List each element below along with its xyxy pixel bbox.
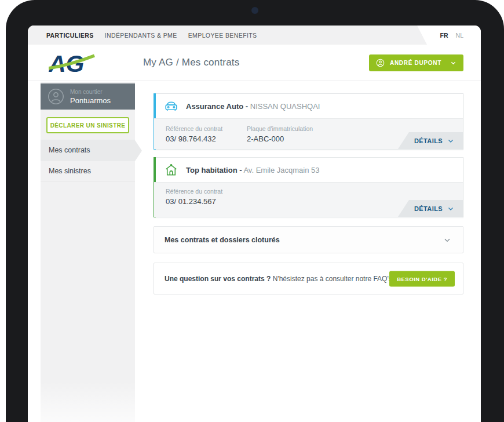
chevron-down-icon (443, 236, 451, 244)
field-value: 03/ 98.764.432 (166, 134, 247, 143)
contract-field-plate: Plaque d'immatriculation 2-ABC-000 (247, 125, 328, 149)
nav-item-particuliers[interactable]: PARTICULIERS (46, 32, 94, 39)
closed-contracts-accordion[interactable]: Mes contrats et dossiers cloturés (154, 226, 463, 253)
content: Mon courtier Pontuarmos DÉCLARER UN SINI… (28, 82, 481, 422)
chevron-down-icon (447, 205, 454, 212)
segment-nav: PARTICULIERS INDÉPENDANTS & PME EMPLOYEE… (46, 26, 257, 45)
user-icon (376, 59, 385, 67)
contract-field-reference: Référence du contrat 03/ 98.764.432 (166, 125, 247, 149)
broker-label: Mon courtier (70, 89, 111, 95)
sidebar-item-mes-sinistres[interactable]: Mes sinistres (41, 161, 135, 181)
language-switcher: FR NL (440, 26, 463, 45)
nav-item-employee-benefits[interactable]: EMPLOYEE BENEFITS (188, 32, 257, 39)
help-button[interactable]: BESOIN D'AIDE ? (389, 271, 455, 286)
broker-card: Mon courtier Pontuarmos (41, 83, 135, 110)
declare-claim-button[interactable]: DÉCLARER UN SINISTRE (46, 117, 129, 133)
contract-card-header: Assurance Auto - NISSAN QUASHQAI (154, 94, 463, 118)
nav-item-independants-pme[interactable]: INDÉPENDANTS & PME (105, 32, 177, 39)
language-fr[interactable]: FR (440, 32, 448, 39)
contract-title: Assurance Auto - (186, 102, 248, 111)
language-nl[interactable]: NL (456, 32, 463, 39)
car-icon (164, 99, 178, 114)
avatar-icon (48, 88, 64, 105)
contract-card-details: Référence du contrat 03/ 98.764.432 Plaq… (154, 118, 463, 149)
sidebar-menu: Mes contrats Mes sinistres (41, 140, 135, 181)
field-value: 2-ABC-000 (247, 134, 328, 143)
sidebar-item-label: Mes sinistres (49, 167, 91, 175)
details-label: DÉTAILS (414, 205, 443, 212)
sidebar-item-label: Mes contrats (49, 146, 90, 154)
broker-name: Pontuarmos (70, 96, 111, 105)
contract-card-details: Référence du contrat 03/ 01.234.567 DÉTA… (154, 182, 463, 217)
contract-field-reference: Référence du contrat 03/ 01.234.567 (166, 188, 247, 217)
field-label: Référence du contrat (166, 125, 247, 132)
utility-bar: PARTICULIERS INDÉPENDANTS & PME EMPLOYEE… (28, 26, 481, 45)
faq-banner: Une question sur vos contrats ? N'hésist… (154, 263, 463, 294)
closed-contracts-label: Mes contrats et dossiers cloturés (165, 236, 280, 244)
tablet-frame: PARTICULIERS INDÉPENDANTS & PME EMPLOYEE… (6, 0, 504, 422)
sidebar: Mon courtier Pontuarmos DÉCLARER UN SINI… (41, 82, 135, 422)
app-screen: PARTICULIERS INDÉPENDANTS & PME EMPLOYEE… (28, 26, 481, 422)
contract-subtitle: NISSAN QUASHQAI (250, 102, 320, 111)
active-item-arrow (135, 140, 142, 161)
details-toggle-button[interactable]: DÉTAILS (398, 200, 463, 217)
contract-card-header: Top habitation - Av. Emile Jacqmain 53 (154, 158, 463, 182)
header: AG My AG / Mes contrats ANDRÉ DUPONT (28, 45, 481, 81)
contract-subtitle: Av. Emile Jacqmain 53 (243, 166, 319, 174)
user-menu-button[interactable]: ANDRÉ DUPONT (369, 54, 463, 71)
contracts-panel: Assurance Auto - NISSAN QUASHQAI Référen… (154, 82, 463, 294)
faq-question-bold: Une question sur vos contrats ? (165, 275, 271, 283)
chevron-down-icon (450, 60, 456, 66)
field-value: 03/ 01.234.567 (166, 197, 247, 206)
house-icon (164, 163, 178, 177)
field-label: Plaque d'immatriculation (247, 125, 328, 132)
user-menu-label: ANDRÉ DUPONT (390, 60, 441, 66)
details-toggle-button[interactable]: DÉTAILS (398, 132, 463, 149)
details-label: DÉTAILS (414, 137, 443, 144)
ag-logo[interactable]: AG (49, 50, 95, 79)
contract-card-auto: Assurance Auto - NISSAN QUASHQAI Référen… (154, 93, 463, 150)
chevron-down-icon (447, 137, 454, 144)
tablet-camera-dot (251, 7, 258, 14)
page: PARTICULIERS INDÉPENDANTS & PME EMPLOYEE… (0, 0, 504, 422)
field-label: Référence du contrat (166, 188, 247, 195)
contract-title: Top habitation - (186, 166, 242, 174)
sidebar-item-mes-contrats[interactable]: Mes contrats (41, 140, 135, 161)
faq-question-rest: N'hésistez pas à consulter notre FAQ's ! (273, 275, 396, 283)
page-title: My AG / Mes contrats (143, 57, 240, 68)
contract-card-habitation: Top habitation - Av. Emile Jacqmain 53 R… (154, 157, 463, 217)
